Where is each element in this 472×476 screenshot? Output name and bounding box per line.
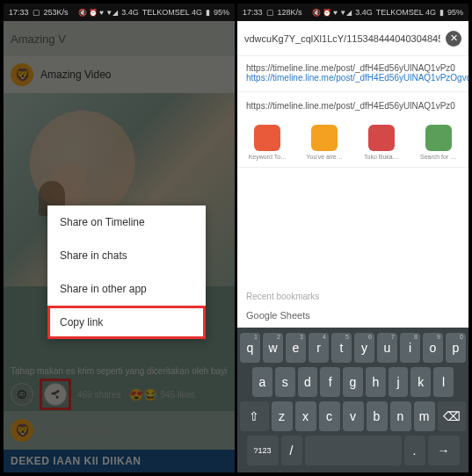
nfc-icon: ▢ xyxy=(33,8,40,17)
key-d[interactable]: d xyxy=(298,367,318,397)
right-content: vdwcuKg7Y_cqlXl1LcY/1153484440403048457 … xyxy=(237,21,468,472)
key-w[interactable]: w2 xyxy=(263,333,283,363)
key-x[interactable]: x xyxy=(295,401,316,431)
shortcut-2[interactable]: You've alre… xyxy=(298,125,352,160)
key-v[interactable]: v xyxy=(343,401,364,431)
copy-link[interactable]: Copy link xyxy=(47,306,206,339)
carrier: TELKOMSEL 4G xyxy=(376,8,436,17)
shift-key[interactable]: ⇧ xyxy=(240,401,269,431)
status-time: 17:33 xyxy=(243,8,263,17)
suggestion-2[interactable]: https://timeline.line.me/post/_dfH4Ed56y… xyxy=(237,94,468,118)
status-time: 17:33 xyxy=(9,8,29,17)
status-bar: 17:33 ▢ 253K/s 🔇 ⏰ ♥ ▼◢ 3.4G TELKOMSEL 4… xyxy=(4,4,235,21)
key-n[interactable]: n xyxy=(390,401,411,431)
clear-icon[interactable]: ✕ xyxy=(446,31,461,47)
key-m[interactable]: m xyxy=(414,401,435,431)
carrier: TELKOMSEL 4G xyxy=(142,8,202,17)
backspace-key[interactable]: ⌫ xyxy=(438,401,467,431)
key-t[interactable]: t5 xyxy=(331,333,352,363)
symbols-key[interactable]: ?123 xyxy=(247,436,279,465)
key-e[interactable]: e3 xyxy=(286,333,306,363)
status-icons: 🔇 ⏰ ♥ ▼◢ xyxy=(78,9,118,17)
key-c[interactable]: c xyxy=(319,401,340,431)
share-menu: Share on Timeline Share in chats Share i… xyxy=(47,206,206,339)
shortcut-3[interactable]: Toko Buka… xyxy=(355,125,409,160)
key-z[interactable]: z xyxy=(272,401,293,431)
enter-key[interactable]: → xyxy=(428,436,460,465)
url-text: vdwcuKg7Y_cqlXl1LcY/1153484440403048457 xyxy=(244,33,440,44)
key-y[interactable]: y6 xyxy=(354,333,374,363)
recent-bookmarks-label: Recent bookmarks xyxy=(246,292,319,301)
slash-key[interactable]: / xyxy=(281,436,302,465)
google-sheets-item[interactable]: Google Sheets xyxy=(246,310,310,321)
share-other-app[interactable]: Share in other app xyxy=(47,272,206,306)
key-s[interactable]: s xyxy=(275,367,295,397)
share-chats[interactable]: Share in chats xyxy=(47,239,206,272)
shortcut-icon xyxy=(311,125,338,151)
share-timeline[interactable]: Share on Timeline xyxy=(47,206,206,239)
key-row-1: q1w2e3r4t5y6u7i8o9p0 xyxy=(240,333,466,363)
key-row-3: ⇧ zxcvbnm ⌫ xyxy=(240,401,466,431)
status-icons: 🔇 ⏰ ♥ ▼◢ xyxy=(312,9,352,17)
keyboard: q1w2e3r4t5y6u7i8o9p0 asdfghjkl ⇧ zxcvbnm… xyxy=(237,328,468,472)
signal-type: 3.4G xyxy=(355,8,373,17)
battery-icon: ▮ xyxy=(206,8,210,17)
key-k[interactable]: k xyxy=(410,367,431,397)
key-a[interactable]: a xyxy=(252,367,272,397)
key-q[interactable]: q1 xyxy=(240,333,260,363)
status-bar: 17:33 ▢ 128K/s 🔇 ⏰ ♥ ▼◢ 3.4G TELKOMSEL 4… xyxy=(237,4,468,21)
suggestion-line-active: https://timeline.line.me/post/_dfH4Ed56y… xyxy=(246,73,460,83)
key-o[interactable]: o9 xyxy=(423,333,443,363)
signal-type: 3.4G xyxy=(121,8,139,17)
left-phone: 17:33 ▢ 253K/s 🔇 ⏰ ♥ ▼◢ 3.4G TELKOMSEL 4… xyxy=(4,4,235,472)
nfc-icon: ▢ xyxy=(266,8,274,17)
key-j[interactable]: j xyxy=(388,367,409,397)
left-content: Amazing V 🦁 Amazing Video Tahap makan es… xyxy=(4,21,235,472)
battery-pct: 95% xyxy=(214,8,229,17)
key-b[interactable]: b xyxy=(367,401,388,431)
suggestion-line: https://timeline.line.me/post/_dfH4Ed56y… xyxy=(246,101,460,111)
shortcut-4[interactable]: Search for … xyxy=(411,125,465,160)
key-g[interactable]: g xyxy=(343,367,363,397)
key-r[interactable]: r4 xyxy=(309,333,329,363)
key-p[interactable]: p0 xyxy=(446,333,466,363)
key-l[interactable]: l xyxy=(433,367,454,397)
key-row-4: ?123 / . → xyxy=(240,436,466,465)
battery-icon: ▮ xyxy=(439,8,444,17)
key-f[interactable]: f xyxy=(320,367,340,397)
battery-pct: 95% xyxy=(447,8,463,17)
right-phone: 17:33 ▢ 128K/s 🔇 ⏰ ♥ ▼◢ 3.4G TELKOMSEL 4… xyxy=(237,4,468,472)
key-h[interactable]: h xyxy=(366,367,386,397)
key-i[interactable]: i8 xyxy=(400,333,420,363)
status-speed: 128K/s xyxy=(278,8,302,17)
shortcuts-row: Keyword To… You've alre… Toko Buka… Sear… xyxy=(237,118,468,168)
key-u[interactable]: u7 xyxy=(377,333,397,363)
dot-key[interactable]: . xyxy=(404,436,425,465)
key-row-2: asdfghjkl xyxy=(240,367,466,397)
shortcut-1[interactable]: Keyword To… xyxy=(241,125,294,160)
suggestion-line: https://timeline.line.me/post/_dfH4Ed56y… xyxy=(246,63,460,73)
status-speed: 253K/s xyxy=(44,8,69,17)
space-key[interactable] xyxy=(305,436,402,465)
middle-space: Recent bookmarks Google Sheets xyxy=(237,168,468,328)
shortcut-icon xyxy=(368,125,395,151)
suggestion-1[interactable]: https://timeline.line.me/post/_dfH4Ed56y… xyxy=(237,56,468,90)
url-bar[interactable]: vdwcuKg7Y_cqlXl1LcY/1153484440403048457 … xyxy=(237,21,468,56)
shortcut-icon xyxy=(254,125,280,151)
shortcut-icon xyxy=(425,125,452,151)
